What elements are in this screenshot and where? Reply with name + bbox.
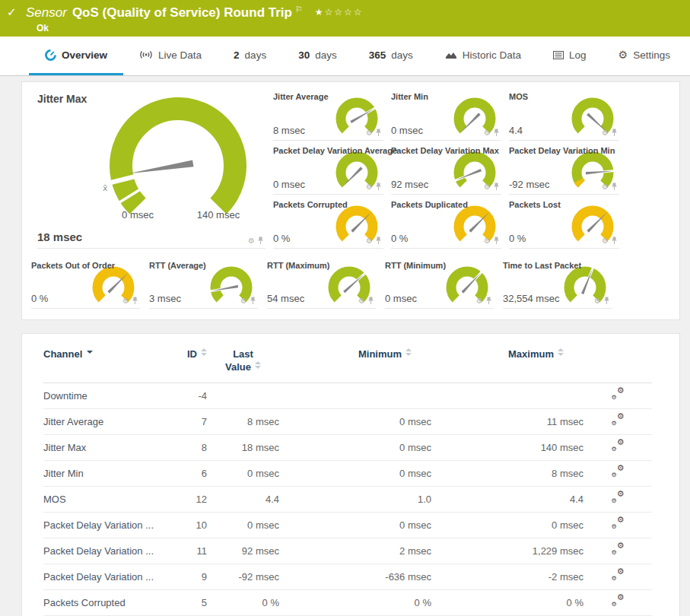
tab-label: Live Data: [158, 49, 202, 61]
gauge-panel-packet-delay-variation-average[interactable]: Packet Delay Variation Average0 msec⚙: [273, 141, 383, 195]
tab-365-days[interactable]: 365 days: [353, 37, 429, 75]
channel-settings-gear-icon[interactable]: ⚙: [484, 237, 491, 245]
gauge-panel-mos[interactable]: MOS4.4⚙: [509, 87, 619, 141]
status-ok-check-icon: ✓: [7, 5, 17, 19]
channel-settings-gear-icon[interactable]: ⚙: [594, 297, 601, 305]
pin-icon[interactable]: [375, 237, 382, 245]
channel-settings-gear-icon[interactable]: ⚙: [484, 183, 491, 191]
channel-name: Packet Delay Variation ...: [43, 564, 173, 590]
gauge-panel-rtt-average[interactable]: RTT (Average)3 msec⚙: [149, 256, 258, 309]
pin-icon[interactable]: [250, 297, 256, 305]
channel-settings-icon[interactable]: ⚙⚙: [612, 440, 625, 452]
maximum-value: 0 %: [431, 590, 583, 616]
channel-row-jitter-average[interactable]: Jitter Average78 msec0 msec11 msec⚙⚙: [43, 409, 652, 435]
channel-settings-icon[interactable]: ⚙⚙: [612, 570, 625, 581]
tab-historic-data[interactable]: Historic Data: [429, 37, 537, 75]
channel-settings-icon[interactable]: ⚙⚙: [612, 595, 625, 607]
channel-settings-icon[interactable]: ⚙⚙: [612, 414, 625, 426]
column-header-minimum[interactable]: Minimum: [279, 343, 431, 383]
pin-icon[interactable]: [611, 183, 618, 191]
tab-settings[interactable]: ⚙ Settings: [603, 37, 686, 75]
channel-settings-gear-icon[interactable]: ⚙: [248, 237, 255, 245]
channel-settings-gear-icon[interactable]: ⚙: [358, 297, 365, 305]
channel-row-packet-delay-variation[interactable]: Packet Delay Variation ...100 msec0 msec…: [43, 513, 652, 538]
channel-id: 8: [173, 435, 207, 461]
channel-settings-icon[interactable]: ⚙⚙: [612, 544, 625, 555]
gauge-panel-rtt-maximum[interactable]: RTT (Maximum)54 msec⚙: [267, 256, 376, 309]
channel-settings-icon[interactable]: ⚙⚙: [612, 466, 625, 478]
gauge-panel-packets-corrupted[interactable]: Packets Corrupted0 %⚙: [273, 195, 383, 249]
column-header-last-value[interactable]: LastValue: [207, 343, 279, 383]
channel-settings-gear-icon[interactable]: ⚙: [366, 237, 373, 245]
channel-settings-icon[interactable]: ⚙⚙: [612, 518, 625, 529]
pin-icon[interactable]: [132, 297, 138, 305]
tab-30-days[interactable]: 30 days: [282, 37, 353, 75]
gauge-panel-rtt-minimum[interactable]: RTT (Minimum)0 msec⚙: [385, 256, 494, 309]
channel-settings-gear-icon[interactable]: ⚙: [602, 237, 609, 245]
channel-settings-icon[interactable]: ⚙⚙: [612, 389, 625, 400]
last-value: 0 %: [207, 590, 279, 616]
column-header-channel[interactable]: Channel: [43, 343, 173, 383]
pin-icon[interactable]: [493, 129, 500, 137]
gauge-panel-time-to-last-packet[interactable]: Time to Last Packet32,554 msec⚙: [503, 256, 612, 309]
gauge-panel-jitter-min[interactable]: Jitter Min0 msec⚙: [391, 87, 501, 141]
channel-table-panel: ChannelIDLastValueMinimumMaximum Downtim…: [21, 333, 680, 616]
tab-live-data[interactable]: Live Data: [123, 37, 218, 75]
gauge-value: 0 %: [509, 233, 526, 244]
channel-row-jitter-max[interactable]: Jitter Max818 msec0 msec140 msec⚙⚙: [43, 435, 652, 461]
last-value: 8 msec: [207, 409, 279, 435]
minimum-value: 0 msec: [279, 461, 431, 487]
tab-overview[interactable]: Overview: [29, 37, 123, 75]
tab-log[interactable]: Log: [537, 37, 603, 75]
status-badge: Ok: [0, 23, 690, 33]
gauge-label: Packet Delay Variation Max: [391, 146, 499, 155]
channel-settings-gear-icon[interactable]: ⚙: [122, 297, 129, 305]
gauge-panel-jitter-max[interactable]: Jitter Max x̄ 0 msec 140 msec 18 msec ⚙: [37, 87, 266, 249]
channel-row-mos[interactable]: MOS124.41.04.4⚙⚙: [43, 487, 652, 513]
channel-settings-gear-icon[interactable]: ⚙: [476, 297, 483, 305]
channel-settings-gear-icon[interactable]: ⚙: [240, 297, 247, 305]
channel-row-packets-corrupted[interactable]: Packets Corrupted50 %0 %0 %⚙⚙: [43, 590, 652, 616]
pin-icon[interactable]: [611, 129, 618, 137]
pin-icon[interactable]: [611, 237, 618, 245]
channel-id: 11: [173, 538, 207, 564]
channel-settings-gear-icon[interactable]: ⚙: [366, 129, 373, 137]
pin-icon[interactable]: [485, 297, 492, 305]
tab-label: Log: [569, 49, 587, 61]
row-actions: ⚙⚙: [583, 435, 652, 461]
channel-settings-gear-icon[interactable]: ⚙: [366, 183, 373, 191]
column-header-id[interactable]: ID: [173, 343, 207, 383]
pin-icon[interactable]: [493, 237, 500, 245]
priority-flag-icon[interactable]: ⚐: [295, 5, 303, 14]
sensor-header: ✓ SensorQoS (Quality of Service) Round T…: [0, 0, 690, 37]
channel-row-jitter-min[interactable]: Jitter Min60 msec0 msec8 msec⚙⚙: [43, 461, 652, 487]
maximum-value: 140 msec: [431, 435, 583, 461]
gauge-panel-jitter-average[interactable]: Jitter Average8 msec⚙: [273, 87, 383, 141]
pin-icon[interactable]: [603, 297, 610, 305]
channel-settings-gear-icon[interactable]: ⚙: [602, 183, 609, 191]
pin-icon[interactable]: [375, 129, 382, 137]
gauge-panel-packets-duplicated[interactable]: Packets Duplicated0 %⚙: [391, 195, 501, 249]
gauge-panel-packets-lost[interactable]: Packets Lost0 %⚙: [509, 195, 619, 249]
column-header-maximum[interactable]: Maximum: [431, 343, 583, 383]
channel-row-downtime[interactable]: Downtime-4⚙⚙: [43, 383, 652, 409]
pin-icon[interactable]: [257, 237, 264, 245]
tab-2-days[interactable]: 2 days: [218, 37, 282, 75]
maximum-value: 0 msec: [431, 513, 583, 538]
priority-stars[interactable]: ★☆☆☆☆: [315, 7, 364, 17]
maximum-value: [431, 383, 583, 409]
pin-icon[interactable]: [367, 297, 374, 305]
channel-settings-gear-icon[interactable]: ⚙: [602, 129, 609, 137]
log-list-icon: [553, 51, 564, 59]
pin-icon[interactable]: [375, 183, 382, 191]
channel-settings-icon[interactable]: ⚙⚙: [612, 492, 625, 503]
channel-settings-gear-icon[interactable]: ⚙: [484, 129, 491, 137]
channel-row-packet-delay-variation[interactable]: Packet Delay Variation ...9-92 msec-636 …: [43, 564, 652, 590]
gauge-panel-packet-delay-variation-min[interactable]: Packet Delay Variation Min-92 msec⚙: [509, 141, 619, 195]
maximum-value: 1,229 msec: [431, 538, 583, 564]
gauge-panel-packet-delay-variation-max[interactable]: Packet Delay Variation Max92 msec⚙: [391, 141, 501, 195]
pin-icon[interactable]: [493, 183, 500, 191]
gauge-panel-packets-out-of-order[interactable]: Packets Out of Order0 %⚙: [31, 256, 140, 309]
channel-row-packet-delay-variation[interactable]: Packet Delay Variation ...1192 msec2 mse…: [43, 538, 652, 564]
object-kind-label: Sensor: [26, 5, 67, 20]
